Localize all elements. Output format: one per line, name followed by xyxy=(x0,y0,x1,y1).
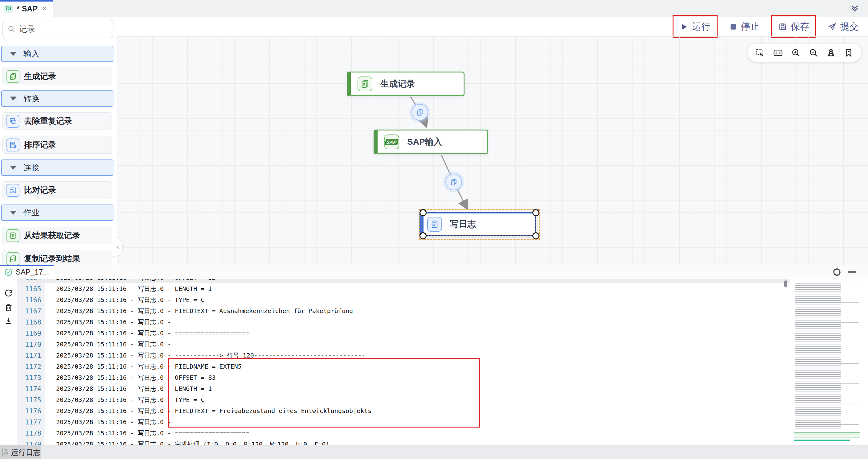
run-log-tab-label: 运行日志 xyxy=(11,448,41,457)
double-chevron-down-icon[interactable] xyxy=(849,4,860,15)
log-tab-label: SAP_17... xyxy=(16,268,49,277)
sort-records-icon xyxy=(6,139,20,151)
log-minimap[interactable] xyxy=(791,280,863,444)
log-scrollbar-thumb[interactable] xyxy=(784,280,787,287)
caret-down-icon xyxy=(10,52,17,56)
play-icon xyxy=(680,23,688,31)
step-palette-sidebar: 输入 生成记录 转换 去除重复记录 排序记录 连接 xyxy=(0,17,117,265)
caret-down-icon xyxy=(10,96,17,101)
log-tab-sap[interactable]: SAP_17... xyxy=(0,265,54,279)
stop-label: 停止 xyxy=(741,20,760,33)
hop-copy-badge[interactable] xyxy=(445,174,462,190)
sidebar-item-get-records-from-result[interactable]: 从结果获取记录 xyxy=(2,227,112,244)
search-input[interactable] xyxy=(19,24,108,34)
step-label: 去除重复记录 xyxy=(24,116,72,126)
resize-handle-top-left[interactable] xyxy=(420,209,427,216)
sidebar-group-job[interactable]: 作业 xyxy=(1,204,114,221)
search-box[interactable] xyxy=(2,20,114,38)
sidebar-item-copy-records-to-result[interactable]: 复制记录到结果 xyxy=(2,250,112,265)
hop-copy-badge[interactable] xyxy=(411,104,428,121)
minimize-panel-icon[interactable] xyxy=(848,271,856,273)
log-gutter-actions xyxy=(0,279,17,446)
resize-handle-bottom-left[interactable] xyxy=(420,232,427,239)
submit-label: 提交 xyxy=(840,20,859,33)
stop-icon xyxy=(729,23,737,31)
marquee-select-icon[interactable] xyxy=(755,48,765,57)
save-label: 保存 xyxy=(790,20,809,33)
svg-text:LOG: LOG xyxy=(2,452,8,455)
resize-handle-bottom-right[interactable] xyxy=(532,232,539,239)
log-line: 11642025/03/28 15:11:16 - 写日志.0 - OFFSET… xyxy=(17,279,790,283)
sidebar-group-transform[interactable]: 转换 xyxy=(1,90,114,107)
node-label: 生成记录 xyxy=(380,78,415,90)
canvas-zoom-toolbar xyxy=(747,44,861,62)
group-label: 输入 xyxy=(24,49,39,59)
submit-button[interactable]: 提交 xyxy=(827,18,860,35)
zoom-in-icon[interactable] xyxy=(791,48,801,57)
log-sync-icon[interactable] xyxy=(832,267,841,278)
save-icon xyxy=(778,23,787,31)
log-line: 11782025/03/28 15:11:16 - 写日志.0 - ======… xyxy=(17,428,790,439)
group-label: 连接 xyxy=(24,162,39,173)
active-log-tab-indicator xyxy=(0,265,54,266)
search-icon xyxy=(7,25,16,33)
step-label: 排序记录 xyxy=(24,139,56,150)
annotation-box-save: 保存 xyxy=(771,15,816,38)
locate-icon[interactable] xyxy=(827,48,836,57)
minimap-text-lines xyxy=(795,282,859,430)
node-write-log[interactable]: 写日志 xyxy=(419,212,536,236)
sidebar-item-generate-records[interactable]: 生成记录 xyxy=(2,67,112,85)
run-log-tab[interactable]: LOG 运行日志 xyxy=(0,446,41,459)
canvas-grid[interactable]: 生成记录 SAP SAP输入 写日志 xyxy=(117,36,868,265)
download-log-icon[interactable] xyxy=(4,317,13,325)
minimap-highlight-teal xyxy=(794,439,850,441)
sidebar-item-dedupe-records[interactable]: 去除重复记录 xyxy=(2,112,112,130)
log-line: 11712025/03/28 15:11:16 - 写日志.0 - ------… xyxy=(17,350,790,361)
step-label: 生成记录 xyxy=(24,71,56,82)
zoom-out-icon[interactable] xyxy=(809,48,818,57)
canvas-toolbar: 运行 停止 保存 提交 xyxy=(117,17,868,36)
actual-size-icon[interactable] xyxy=(773,48,783,57)
sidebar-item-sort-records[interactable]: 排序记录 xyxy=(2,136,112,153)
tab-close-icon[interactable]: ✕ xyxy=(41,5,47,12)
compare-records-icon xyxy=(6,184,20,197)
stop-button[interactable]: 停止 xyxy=(728,18,761,35)
node-generate-records[interactable]: 生成记录 xyxy=(347,71,465,96)
tab-title: * SAP xyxy=(17,4,38,13)
log-line: 11792025/03/28 15:11:16 - 写日志.0 - 完成处理 (… xyxy=(17,439,790,446)
generate-records-icon xyxy=(6,70,20,83)
resize-handle-top-right[interactable] xyxy=(532,209,539,216)
run-button[interactable]: 运行 xyxy=(678,18,712,35)
flow-canvas[interactable]: 运行 停止 保存 提交 xyxy=(117,17,868,265)
di-badge: Di xyxy=(4,5,13,13)
sidebar-group-input[interactable]: 输入 xyxy=(1,46,114,62)
get-records-from-result-icon xyxy=(6,229,20,242)
bookmark-icon[interactable] xyxy=(844,48,853,57)
node-sap-input[interactable]: SAP SAP输入 xyxy=(374,130,488,154)
tab-sap[interactable]: Di * SAP ✕ xyxy=(0,0,53,17)
log-output[interactable]: 11642025/03/28 15:11:16 - 写日志.0 - OFFSET… xyxy=(17,279,790,446)
log-line: 11772025/03/28 15:11:16 - 写日志.0 - xyxy=(17,417,790,428)
step-label: 从结果获取记录 xyxy=(24,230,80,241)
log-line: 11692025/03/28 15:11:16 - 写日志.0 - ======… xyxy=(17,327,790,339)
log-line: 11662025/03/28 15:11:16 - 写日志.0 - TYPE =… xyxy=(17,294,790,306)
log-line: 11752025/03/28 15:11:16 - 写日志.0 - TYPE =… xyxy=(17,394,790,405)
step-label: 比对记录 xyxy=(24,185,56,196)
sidebar-item-compare-records[interactable]: 比对记录 xyxy=(2,181,112,199)
bottom-status-bar: LOG 运行日志 xyxy=(0,445,868,459)
log-line: 11652025/03/28 15:11:16 - 写日志.0 - LENGTH… xyxy=(17,283,790,294)
refresh-log-icon[interactable] xyxy=(4,288,13,298)
run-label: 运行 xyxy=(692,20,711,33)
active-tab-indicator xyxy=(0,0,53,2)
send-icon xyxy=(828,23,837,31)
clear-log-icon[interactable] xyxy=(4,303,13,312)
save-button[interactable]: 保存 xyxy=(777,18,810,35)
tab-bar: Di * SAP ✕ xyxy=(0,0,868,17)
caret-down-icon xyxy=(10,166,17,170)
log-panel-header: SAP_17... xyxy=(0,265,868,279)
log-panel: SAP_17... 11642025/03/28 15:11:16 - 写日志.… xyxy=(0,265,868,445)
node-label: SAP输入 xyxy=(407,136,442,148)
log-line: 11672025/03/28 15:11:16 - 写日志.0 - FIELDT… xyxy=(17,306,790,316)
log-file-icon: LOG xyxy=(1,448,9,457)
sidebar-group-join[interactable]: 连接 xyxy=(1,160,114,176)
